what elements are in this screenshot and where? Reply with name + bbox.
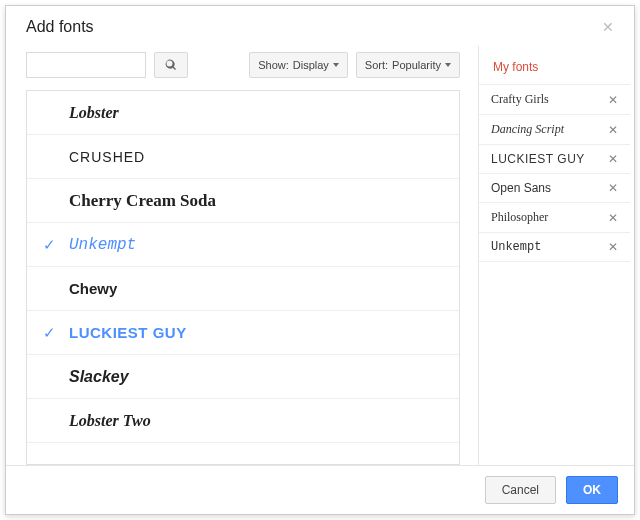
my-fonts-pane: My fonts Crafty Girls✕Dancing Script✕Luc… xyxy=(478,46,630,465)
font-list[interactable]: ✓Lobster✓Crushed✓Cherry Cream Soda✓Unkem… xyxy=(27,91,459,464)
checkmark-icon: ✓ xyxy=(43,324,57,342)
cancel-button[interactable]: Cancel xyxy=(485,476,556,504)
close-icon[interactable]: ✕ xyxy=(602,19,614,35)
dialog-header: Add fonts ✕ xyxy=(6,6,634,46)
sort-prefix: Sort: xyxy=(365,59,388,71)
font-name-label: Unkempt xyxy=(69,236,136,254)
font-row[interactable]: ✓Crushed xyxy=(27,135,459,179)
remove-font-icon[interactable]: ✕ xyxy=(608,152,618,166)
font-row[interactable]: ✓Lobster Two xyxy=(27,399,459,443)
font-name-label: Lobster Two xyxy=(69,412,151,430)
font-name-label: Slackey xyxy=(69,368,129,386)
my-font-row[interactable]: Crafty Girls✕ xyxy=(479,85,630,115)
ok-button[interactable]: OK xyxy=(566,476,618,504)
dialog-footer: Cancel OK xyxy=(6,465,634,514)
font-name-label: Crushed xyxy=(69,149,145,165)
sort-value: Popularity xyxy=(392,59,441,71)
remove-font-icon[interactable]: ✕ xyxy=(608,93,618,107)
search-input[interactable] xyxy=(26,52,146,78)
my-fonts-title: My fonts xyxy=(479,56,630,84)
font-row[interactable]: ✓Lobster xyxy=(27,91,459,135)
my-font-name-label: Unkempt xyxy=(491,240,541,254)
my-font-row[interactable]: Luckiest Guy✕ xyxy=(479,145,630,174)
show-value: Display xyxy=(293,59,329,71)
remove-font-icon[interactable]: ✕ xyxy=(608,181,618,195)
font-name-label: Lobster xyxy=(69,104,119,122)
font-row[interactable]: ✓Chewy xyxy=(27,267,459,311)
font-row[interactable]: ✓Cherry Cream Soda xyxy=(27,179,459,223)
search-button[interactable] xyxy=(154,52,188,78)
font-row[interactable]: ✓Slackey xyxy=(27,355,459,399)
toolbar: Show: Display Sort: Popularity xyxy=(26,46,460,90)
my-font-name-label: Dancing Script xyxy=(491,122,564,137)
chevron-down-icon xyxy=(333,63,339,67)
font-name-label: Cherry Cream Soda xyxy=(69,191,216,211)
my-fonts-list[interactable]: Crafty Girls✕Dancing Script✕Luckiest Guy… xyxy=(479,84,630,465)
font-name-label: Luckiest Guy xyxy=(69,324,187,341)
chevron-down-icon xyxy=(445,63,451,67)
my-font-name-label: Crafty Girls xyxy=(491,92,549,107)
dialog-body: Show: Display Sort: Popularity ✓Lobster✓… xyxy=(6,46,634,465)
checkmark-icon: ✓ xyxy=(43,236,57,254)
show-prefix: Show: xyxy=(258,59,289,71)
my-font-name-label: Luckiest Guy xyxy=(491,152,585,166)
dialog-title: Add fonts xyxy=(26,18,94,36)
my-font-row[interactable]: Dancing Script✕ xyxy=(479,115,630,145)
remove-font-icon[interactable]: ✕ xyxy=(608,123,618,137)
add-fonts-dialog: Add fonts ✕ Show: Display Sort: Populari… xyxy=(5,5,635,515)
my-font-name-label: Open Sans xyxy=(491,181,551,195)
remove-font-icon[interactable]: ✕ xyxy=(608,211,618,225)
magnifier-icon xyxy=(165,59,177,71)
left-pane: Show: Display Sort: Popularity ✓Lobster✓… xyxy=(6,46,478,465)
my-font-row[interactable]: Open Sans✕ xyxy=(479,174,630,203)
font-row[interactable]: ✓Luckiest Guy xyxy=(27,311,459,355)
font-list-container: ✓Lobster✓Crushed✓Cherry Cream Soda✓Unkem… xyxy=(26,90,460,465)
font-name-label: Chewy xyxy=(69,280,117,297)
show-dropdown[interactable]: Show: Display xyxy=(249,52,348,78)
font-row[interactable]: ✓Unkempt xyxy=(27,223,459,267)
remove-font-icon[interactable]: ✕ xyxy=(608,240,618,254)
my-font-name-label: Philosopher xyxy=(491,210,548,225)
sort-dropdown[interactable]: Sort: Popularity xyxy=(356,52,460,78)
my-font-row[interactable]: Unkempt✕ xyxy=(479,233,630,262)
my-font-row[interactable]: Philosopher✕ xyxy=(479,203,630,233)
